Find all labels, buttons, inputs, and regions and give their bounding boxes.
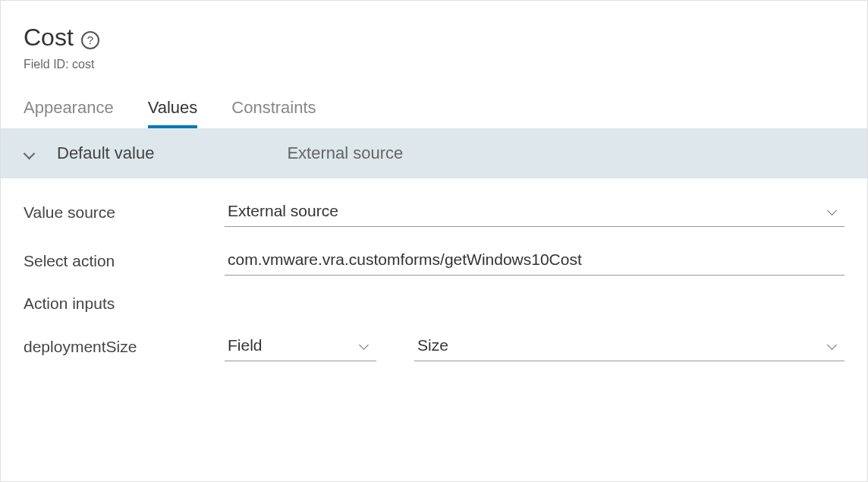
chevron-down-icon <box>828 341 837 350</box>
property-panel: Cost ? Field ID: cost Appearance Values … <box>0 0 868 482</box>
deployment-size-controls: Field Size <box>225 332 844 361</box>
select-deployment-size-field[interactable]: Size <box>414 332 844 361</box>
tab-constraints[interactable]: Constraints <box>231 98 316 128</box>
panel-title: Cost <box>24 24 74 52</box>
section-label: Default value <box>57 143 154 163</box>
chevron-down-icon <box>24 148 34 159</box>
label-select-action: Select action <box>24 252 225 270</box>
select-deployment-size-type[interactable]: Field <box>225 332 376 361</box>
tabs: Appearance Values Constraints <box>1 79 867 128</box>
section-header-default-value[interactable]: Default value External source <box>1 128 867 178</box>
tab-appearance[interactable]: Appearance <box>24 98 114 128</box>
help-icon[interactable]: ? <box>81 31 99 49</box>
label-action-inputs: Action inputs <box>24 295 225 313</box>
tab-values[interactable]: Values <box>148 98 198 128</box>
section-value: External source <box>287 143 403 163</box>
row-action-inputs: Action inputs <box>24 295 844 313</box>
select-value-source-text: External source <box>228 202 828 220</box>
form-area: Value source External source Select acti… <box>1 178 867 399</box>
input-select-action[interactable] <box>225 246 844 276</box>
label-deployment-size: deploymentSize <box>24 338 225 356</box>
chevron-down-icon <box>828 206 837 216</box>
title-row: Cost ? <box>24 24 844 52</box>
row-value-source: Value source External source <box>24 197 844 227</box>
field-id-label: Field ID: cost <box>24 58 844 71</box>
select-deployment-size-field-text: Size <box>417 336 828 354</box>
row-deployment-size: deploymentSize Field Size <box>24 332 844 361</box>
panel-header: Cost ? Field ID: cost <box>1 1 867 79</box>
row-select-action: Select action <box>24 246 844 276</box>
label-value-source: Value source <box>24 203 225 222</box>
chevron-down-icon <box>360 341 369 350</box>
select-value-source[interactable]: External source <box>225 197 844 227</box>
select-deployment-size-type-text: Field <box>228 336 360 354</box>
